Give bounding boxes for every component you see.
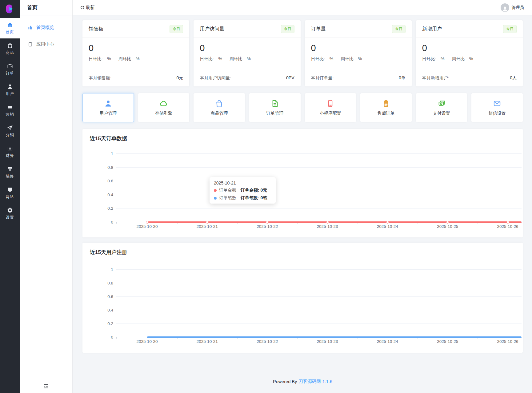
shortcut-payment-settings[interactable]: 支付设置 <box>416 93 467 122</box>
finance-icon <box>7 145 13 151</box>
main-area: 刷新 管理员 销售额 今日 0 日环比:--% 周环比--% <box>73 0 532 393</box>
x-tick-label: 2025-10-20 <box>132 339 162 344</box>
y-tick-label: 0.6 <box>82 294 113 299</box>
tooltip-value-label: 订单笔数: <box>241 195 259 200</box>
gridline <box>116 324 522 324</box>
month-value: 0PV <box>286 75 294 81</box>
shortcut-goods-management[interactable]: 商品管理 <box>194 93 245 122</box>
data-point-marker[interactable] <box>506 221 509 224</box>
tooltip-row: 订单金额 订单金额: 0元 <box>214 188 271 193</box>
primary-sidebar: 首页商品订单用户营销分销财务装修网站设置 <box>0 0 20 393</box>
money-icon <box>438 99 446 108</box>
stat-card-body: 0 日环比:--% 周环比--% <box>82 38 189 62</box>
shortcuts-row: 用户管理 存储引擎 商品管理 订单管理 小程序配置 售后订单 支付设置 短信设置 <box>82 93 523 122</box>
refresh-button[interactable]: 刷新 <box>80 5 95 10</box>
sidebar-item-orders[interactable]: 订单 <box>0 59 20 80</box>
sidebar-item-settings[interactable]: 设置 <box>0 203 20 224</box>
document-icon <box>271 99 279 108</box>
chart-tooltip: 2025-10-21 订单金额 订单金额: 0元 订单笔数 订单笔数: 0笔 <box>210 177 276 204</box>
shortcut-order-management[interactable]: 订单管理 <box>249 93 301 122</box>
shortcut-user-management[interactable]: 用户管理 <box>82 93 134 122</box>
stat-card-body: 0 日环比:--% 周环比--% <box>194 38 300 62</box>
day-ratio: 日环比:--% <box>200 56 222 62</box>
shortcut-label: 短信设置 <box>489 111 506 116</box>
y-tick-label: 0 <box>82 220 113 224</box>
stat-card-visits: 用户访问量 今日 0 日环比:--% 周环比--% 本月用户访问量: 0PV <box>194 20 300 86</box>
shortcut-storage-engine[interactable]: 存储引擎 <box>138 93 190 122</box>
x-tick-label: 2025-10-21 <box>192 224 222 229</box>
stat-ratios: 日环比:--% 周环比--% <box>422 56 517 62</box>
month-value: 0单 <box>399 75 406 81</box>
sidebar-foot <box>20 379 72 393</box>
phone-icon <box>326 99 334 108</box>
sidebar-item-goods[interactable]: 商品 <box>0 38 20 59</box>
month-label: 本月订单量: <box>311 75 334 81</box>
shortcut-miniprogram-config[interactable]: 小程序配置 <box>305 93 356 122</box>
x-tick-label: 2025-10-21 <box>192 339 222 344</box>
shortcut-label: 支付设置 <box>433 111 450 116</box>
header-user-menu[interactable]: 管理员 <box>501 3 524 12</box>
avatar <box>501 3 509 12</box>
x-tick-label: 2025-10-22 <box>253 339 282 344</box>
shortcut-sms-settings[interactable]: 短信设置 <box>471 93 523 122</box>
orders-chart-canvas[interactable]: 10.80.60.40.202025-10-202025-10-212025-1… <box>82 129 523 237</box>
sidebar-item-distribution[interactable]: 分销 <box>0 121 20 141</box>
data-point-marker[interactable] <box>206 221 209 224</box>
distribution-icon <box>7 125 13 131</box>
stat-value: 0 <box>422 42 517 54</box>
user-icon <box>7 84 13 89</box>
gridline <box>116 167 522 168</box>
sidebar-item-label: 营销 <box>6 112 14 117</box>
stat-title: 新增用户 <box>422 26 442 32</box>
x-tick-label: 2025-10-23 <box>313 224 342 229</box>
axis-tick <box>116 222 117 224</box>
sidebar-item-finance[interactable]: 财务 <box>0 141 20 162</box>
shortcut-label: 存储引擎 <box>155 111 172 116</box>
brand-link[interactable]: 刀客源码网 <box>298 379 321 384</box>
registrations-chart-canvas[interactable]: 10.80.60.40.202025-10-202025-10-212025-1… <box>82 243 523 353</box>
stat-ratios: 日环比:--% 周环比--% <box>200 56 294 62</box>
data-point-marker[interactable] <box>326 221 329 224</box>
stat-card-header: 新增用户 今日 <box>416 20 523 38</box>
y-tick-label: 0.2 <box>82 321 113 326</box>
person-icon <box>104 99 112 108</box>
submenu-item-overview[interactable]: 首页概览 <box>20 19 72 36</box>
data-point-marker[interactable] <box>266 221 269 224</box>
sidebar-item-label: 分销 <box>6 133 14 138</box>
y-tick-label: 1 <box>82 267 113 272</box>
primary-nav: 首页商品订单用户营销分销财务装修网站设置 <box>0 18 20 224</box>
submenu-item-app-center[interactable]: 应用中心 <box>20 36 72 52</box>
gridline <box>116 310 522 310</box>
sidebar-item-marketing[interactable]: 营销 <box>0 100 20 121</box>
collapse-sidebar-button[interactable] <box>43 383 49 389</box>
stat-ratios: 日环比:--% 周环比--% <box>311 56 406 62</box>
data-point-marker[interactable] <box>446 221 449 224</box>
sidebar-item-decoration[interactable]: 装修 <box>0 162 20 183</box>
x-tick-label: 2025-10-26 <box>493 339 522 344</box>
gridline <box>116 208 522 208</box>
stat-card-orders: 订单量 今日 0 日环比:--% 周环比--% 本月订单量: 0单 <box>305 20 412 86</box>
sidebar-item-users[interactable]: 用户 <box>0 80 20 100</box>
stat-value: 0 <box>311 42 406 54</box>
stat-month-row: 本月新增用户: 0人 <box>416 75 523 81</box>
refresh-label: 刷新 <box>86 5 95 10</box>
tooltip-series-name: 订单笔数 <box>219 195 236 201</box>
series-line-订单金额 <box>147 221 522 223</box>
month-label: 本月新增用户: <box>422 75 449 81</box>
data-point-marker[interactable] <box>386 221 389 224</box>
version-link[interactable]: 1.1.6 <box>322 379 332 384</box>
shortcut-aftersale-orders[interactable]: 售后订单 <box>360 93 412 122</box>
chart-bar-icon <box>28 25 33 30</box>
series-line-用户注册 <box>147 336 522 338</box>
app-logo[interactable] <box>0 0 20 18</box>
sidebar-item-home[interactable]: 首页 <box>0 18 20 38</box>
sidebar-item-label: 网站 <box>6 194 14 200</box>
sidebar-item-website[interactable]: 网站 <box>0 183 20 203</box>
data-point-marker[interactable] <box>146 221 149 224</box>
tooltip-row: 订单笔数 订单笔数: 0笔 <box>214 195 271 201</box>
top-header: 刷新 管理员 <box>73 0 532 15</box>
stat-card-header: 订单量 今日 <box>305 20 412 38</box>
month-label: 本月销售额: <box>89 75 111 81</box>
home-icon <box>7 22 13 28</box>
powered-by-label: Powered By <box>273 379 297 384</box>
